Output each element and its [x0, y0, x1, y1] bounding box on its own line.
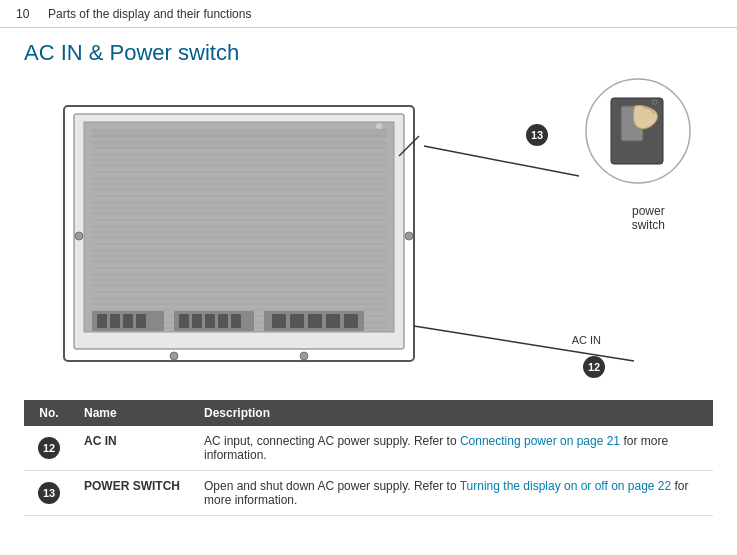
col-header-no: No. — [24, 400, 74, 426]
col-header-name: Name — [74, 400, 194, 426]
main-content: AC IN & Power switch — [0, 28, 737, 524]
svg-point-59 — [170, 352, 178, 360]
row-13-name: POWER SWITCH — [74, 471, 194, 516]
page-header: 10 Parts of the display and their functi… — [0, 0, 737, 28]
svg-rect-44 — [326, 314, 340, 328]
table-header-row: No. Name Description — [24, 400, 713, 426]
table-header: No. Name Description — [24, 400, 713, 426]
row-13-description: Open and shut down AC power supply. Refe… — [194, 471, 713, 516]
svg-rect-49 — [123, 314, 133, 328]
svg-rect-55 — [218, 314, 228, 328]
svg-rect-47 — [97, 314, 107, 328]
row-13-link[interactable]: Turning the display on or off on page 22 — [460, 479, 671, 493]
page-container: 10 Parts of the display and their functi… — [0, 0, 737, 555]
ac-in-label: AC IN — [572, 334, 601, 346]
monitor-svg — [54, 96, 424, 386]
svg-rect-2 — [84, 122, 394, 332]
badge-12: 12 — [583, 356, 605, 378]
svg-point-60 — [300, 352, 308, 360]
row-12-number: 12 — [24, 426, 74, 471]
svg-rect-52 — [179, 314, 189, 328]
svg-point-57 — [75, 232, 83, 240]
table-row: 13 POWER SWITCH Open and shut down AC po… — [24, 471, 713, 516]
header-title: Parts of the display and their functions — [48, 7, 251, 21]
table-container: No. Name Description 12 AC IN AC input, … — [24, 400, 713, 516]
monitor-illustration — [54, 96, 424, 389]
components-table: No. Name Description 12 AC IN AC input, … — [24, 400, 713, 516]
svg-rect-42 — [290, 314, 304, 328]
row-12-description: AC input, connecting AC power supply. Re… — [194, 426, 713, 471]
svg-rect-45 — [344, 314, 358, 328]
svg-rect-53 — [192, 314, 202, 328]
badge-13: 13 — [526, 124, 548, 146]
badge-12-table: 12 — [38, 437, 60, 459]
section-title: AC IN & Power switch — [24, 40, 713, 66]
row-13-desc-before: Open and shut down AC power supply. Refe… — [204, 479, 460, 493]
power-switch-label: powerswitch — [632, 204, 665, 232]
badge-12-diagram: 12 — [583, 356, 605, 378]
svg-point-39 — [376, 123, 382, 129]
svg-rect-56 — [231, 314, 241, 328]
diagram-area: 13 powerswitch AC IN 12 — [24, 76, 713, 396]
svg-point-58 — [405, 232, 413, 240]
svg-rect-41 — [272, 314, 286, 328]
svg-rect-4 — [92, 142, 387, 146]
svg-line-68 — [424, 146, 579, 176]
svg-rect-50 — [136, 314, 146, 328]
svg-rect-43 — [308, 314, 322, 328]
badge-13-table: 13 — [38, 482, 60, 504]
table-row: 12 AC IN AC input, connecting AC power s… — [24, 426, 713, 471]
row-12-link[interactable]: Connecting power on page 21 — [460, 434, 620, 448]
row-13-number: 13 — [24, 471, 74, 516]
table-body: 12 AC IN AC input, connecting AC power s… — [24, 426, 713, 516]
power-switch-diagram — [583, 76, 693, 199]
svg-rect-3 — [92, 130, 387, 138]
power-switch-svg — [583, 76, 693, 196]
col-header-description: Description — [194, 400, 713, 426]
badge-13-diagram: 13 — [526, 124, 548, 146]
row-12-desc-before: AC input, connecting AC power supply. Re… — [204, 434, 460, 448]
svg-rect-54 — [205, 314, 215, 328]
svg-rect-48 — [110, 314, 120, 328]
page-number: 10 — [16, 7, 36, 21]
row-12-name: AC IN — [74, 426, 194, 471]
